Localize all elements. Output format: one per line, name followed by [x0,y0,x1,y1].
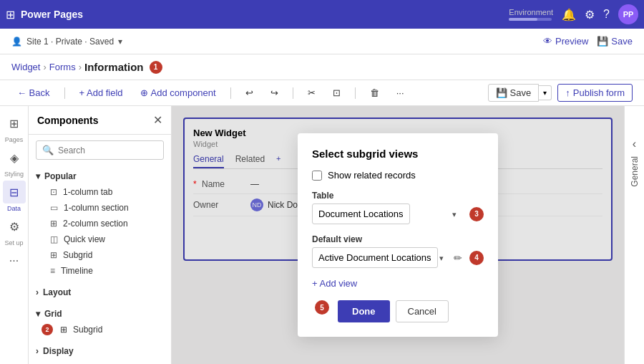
notification-icon[interactable]: 🔔 [562,8,576,21]
action-bar-right: 💾 Save ▾ ↑ Publish form [488,84,633,102]
add-component-button[interactable]: ⊕ Add component [135,85,222,101]
secondary-bar: 👤 Site 1 · Private · Saved ▾ 👁 Preview 💾… [0,29,644,54]
main-layout: ⊞ Pages ◈ Styling ⊟ Data ⚙ Set up ··· Co… [0,106,644,364]
grid-badge: 2 [42,324,53,335]
two-col-icon: ⊞ [50,219,57,229]
display-category: › Display [29,340,171,362]
save-label-top: Save [611,36,633,47]
close-icon[interactable]: ✕ [153,113,162,127]
list-item[interactable]: ⊡ 1-column tab [36,184,164,200]
modal-overlay: Select subgrid views Show related record… [172,106,624,364]
components-panel: Components ✕ 🔍 ▾ Popular ⊡ 1-column tab … [29,106,172,364]
layout-header[interactable]: › Layout [36,284,164,300]
general-label[interactable]: General [627,150,643,193]
save-main-icon: 💾 [496,87,507,98]
done-button[interactable]: Done [338,300,390,322]
breadcrumb-widget[interactable]: Widget [11,62,40,72]
separator1 [64,87,65,99]
search-icon: 🔍 [42,145,54,155]
sidebar-icon-pages[interactable]: ⊞ [3,112,26,135]
item-label-2: 2-column section [63,219,128,229]
left-sidebar: ⊞ Pages ◈ Styling ⊟ Data ⚙ Set up ··· [0,106,29,364]
grid-item-label: Subgrid [73,325,102,335]
list-item[interactable]: ⊞ 2-column section [36,216,164,231]
modal-actions: 5 Done Cancel [312,300,484,322]
settings-icon[interactable]: ⚙ [585,8,595,21]
collapse-arrow[interactable]: ‹ [633,138,636,150]
save-chevron-button[interactable]: ▾ [539,85,552,100]
cancel-button[interactable]: Cancel [396,300,449,322]
styling-icon: ◈ [10,151,19,165]
search-box[interactable]: 🔍 [36,140,164,160]
back-button[interactable]: ← Back [11,85,56,101]
grid-icon: ⊞ [6,8,15,21]
sidebar-icon-setup[interactable]: ⚙ [3,215,26,238]
breadcrumb-sep2: › [79,62,82,72]
display-header[interactable]: › Display [36,343,164,359]
default-view-select-row: Active Document Locations ✏ 4 [312,247,484,268]
secondary-bar-actions: 👁 Preview 💾 Save [543,36,633,47]
add-view-button[interactable]: + Add view [312,278,484,289]
popular-header[interactable]: ▾ Popular [36,168,164,184]
breadcrumb-current: Information [84,61,144,73]
redo-button[interactable]: ↪ [265,85,284,101]
delete-button[interactable]: 🗑 [364,85,385,101]
badge-5: 5 [315,300,329,315]
select-subgrid-modal: Select subgrid views Show related record… [298,133,498,337]
show-related-checkbox[interactable] [312,171,322,181]
timeline-icon: ≡ [50,266,55,276]
save-button-top[interactable]: 💾 Save [597,36,633,47]
list-item[interactable]: ⊞ Subgrid [36,247,164,263]
chevron-down-icon[interactable]: ▾ [118,37,122,47]
show-related-label: Show related records [328,170,416,181]
publish-button[interactable]: ↑ Publish form [557,84,633,102]
undo-button[interactable]: ↩ [240,85,259,101]
layout-category: › Layout [29,282,171,303]
sidebar-icon-styling[interactable]: ◈ [3,146,26,169]
chevron-down-icon-grid: ▾ [36,309,40,319]
item-label-3: Quick view [64,234,105,244]
preview-button[interactable]: 👁 Preview [543,36,588,47]
copy-button[interactable]: ⊡ [327,85,346,101]
table-select[interactable]: Document Locations [312,203,410,224]
eye-icon: 👁 [543,36,552,47]
table-select-row: Document Locations 3 [312,203,484,224]
canvas-area: New Widget Widget General Related + * Na… [172,106,624,364]
default-view-select-wrapper: Active Document Locations [312,247,449,268]
sidebar-icon-data[interactable]: ⊟ [3,181,26,203]
top-bar-right: Environment 🔔 ⚙ ? PP [509,4,638,24]
list-item[interactable]: ▭ 1-column section [36,200,164,216]
add-view-label: + Add view [312,278,357,289]
avatar[interactable]: PP [618,4,638,24]
data-icon: ⊟ [9,186,19,199]
list-item[interactable]: 2 ⊞ Subgrid [36,322,164,337]
action-bar-left: ← Back + Add field ⊕ Add component ↩ ↪ ✂… [11,85,410,101]
panel-header: Components ✕ [29,106,171,135]
save-main-label: Save [510,87,532,98]
help-icon[interactable]: ? [603,8,610,21]
badge-4: 4 [469,251,484,265]
quick-view-icon: ◫ [50,234,58,244]
publish-label: Publish form [573,87,625,98]
site-info: 👤 Site 1 · Private · Saved ▾ [11,37,122,47]
grid-label: Grid [44,309,62,319]
breadcrumb-bar: Widget › Forms › Information 1 [0,54,644,80]
edit-icon[interactable]: ✏ [454,252,462,264]
action-bar: ← Back + Add field ⊕ Add component ↩ ↪ ✂… [0,80,644,106]
cut-button[interactable]: ✂ [302,85,321,101]
more-icon: ··· [9,254,19,267]
sidebar-icon-more[interactable]: ··· [3,249,26,272]
more-button[interactable]: ··· [391,85,410,101]
breadcrumb-forms[interactable]: Forms [49,62,76,72]
subgrid-icon: ⊞ [50,250,57,260]
section-icon: ▭ [50,203,58,213]
default-view-select[interactable]: Active Document Locations [312,247,438,268]
grid-header[interactable]: ▾ Grid [36,306,164,322]
search-input[interactable] [58,145,157,155]
list-item[interactable]: ◫ Quick view [36,231,164,247]
add-field-button[interactable]: + Add field [74,85,129,101]
save-main-button[interactable]: 💾 Save [488,84,539,102]
list-item[interactable]: ≡ Timeline [36,263,164,279]
styling-label: Styling [4,171,24,178]
breadcrumb-sep1: › [43,62,46,72]
